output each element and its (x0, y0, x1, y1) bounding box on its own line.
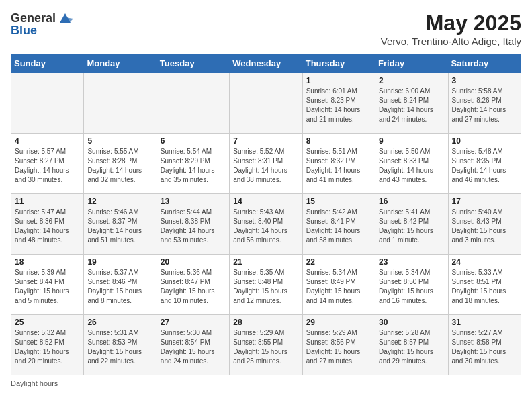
day-info: Sunrise: 5:34 AM Sunset: 8:49 PM Dayligh… (306, 268, 371, 306)
day-number: 24 (452, 257, 517, 267)
calendar-cell: 20Sunrise: 5:36 AM Sunset: 8:47 PM Dayli… (157, 255, 229, 315)
day-info: Sunrise: 5:48 AM Sunset: 8:35 PM Dayligh… (452, 147, 517, 185)
week-row-1: 1Sunrise: 6:01 AM Sunset: 8:23 PM Daylig… (11, 73, 521, 134)
calendar-header: SundayMondayTuesdayWednesdayThursdayFrid… (11, 54, 521, 73)
day-info: Sunrise: 5:54 AM Sunset: 8:29 PM Dayligh… (161, 147, 226, 185)
day-info: Sunrise: 6:01 AM Sunset: 8:23 PM Dayligh… (306, 87, 371, 124)
daylight-hours-label: Daylight hours (11, 379, 58, 387)
calendar-cell: 16Sunrise: 5:41 AM Sunset: 8:42 PM Dayli… (375, 194, 448, 255)
day-info: Sunrise: 5:44 AM Sunset: 8:38 PM Dayligh… (161, 208, 226, 245)
day-number: 8 (306, 136, 371, 146)
day-number: 31 (452, 318, 517, 327)
header-day-friday: Friday (375, 54, 448, 73)
day-number: 10 (452, 136, 517, 146)
calendar-cell: 18Sunrise: 5:39 AM Sunset: 8:44 PM Dayli… (11, 255, 84, 315)
calendar-cell: 19Sunrise: 5:37 AM Sunset: 8:46 PM Dayli… (84, 255, 157, 315)
day-info: Sunrise: 5:28 AM Sunset: 8:57 PM Dayligh… (379, 328, 444, 366)
calendar-cell: 21Sunrise: 5:35 AM Sunset: 8:48 PM Dayli… (230, 255, 302, 315)
header-day-tuesday: Tuesday (157, 54, 229, 73)
calendar-cell: 23Sunrise: 5:34 AM Sunset: 8:50 PM Dayli… (375, 255, 448, 315)
logo: General Blue (11, 11, 73, 38)
day-info: Sunrise: 5:55 AM Sunset: 8:28 PM Dayligh… (87, 147, 152, 185)
day-number: 5 (87, 136, 152, 146)
calendar-cell: 1Sunrise: 6:01 AM Sunset: 8:23 PM Daylig… (302, 73, 375, 134)
calendar-cell: 24Sunrise: 5:33 AM Sunset: 8:51 PM Dayli… (448, 255, 521, 315)
week-row-4: 18Sunrise: 5:39 AM Sunset: 8:44 PM Dayli… (11, 255, 521, 315)
calendar-table: SundayMondayTuesdayWednesdayThursdayFrid… (11, 54, 521, 375)
day-info: Sunrise: 5:35 AM Sunset: 8:48 PM Dayligh… (233, 268, 298, 306)
calendar-cell (84, 73, 157, 134)
calendar-cell: 26Sunrise: 5:31 AM Sunset: 8:53 PM Dayli… (84, 315, 157, 375)
day-info: Sunrise: 5:33 AM Sunset: 8:51 PM Dayligh… (452, 268, 517, 306)
location-subtitle: Vervo, Trentino-Alto Adige, Italy (381, 36, 521, 47)
day-number: 27 (161, 318, 226, 327)
calendar-cell (157, 73, 229, 134)
day-number: 23 (379, 257, 444, 267)
calendar-cell: 17Sunrise: 5:40 AM Sunset: 8:43 PM Dayli… (448, 194, 521, 255)
day-number: 11 (15, 197, 80, 206)
calendar-cell: 9Sunrise: 5:50 AM Sunset: 8:33 PM Daylig… (375, 134, 448, 194)
header-day-monday: Monday (84, 54, 157, 73)
day-info: Sunrise: 5:31 AM Sunset: 8:53 PM Dayligh… (87, 328, 152, 366)
day-number: 12 (87, 197, 152, 206)
day-info: Sunrise: 6:00 AM Sunset: 8:24 PM Dayligh… (379, 87, 444, 124)
header-day-saturday: Saturday (448, 54, 521, 73)
day-number: 30 (379, 318, 444, 327)
calendar-cell (11, 73, 84, 134)
day-number: 19 (87, 257, 152, 267)
day-info: Sunrise: 5:51 AM Sunset: 8:32 PM Dayligh… (306, 147, 371, 185)
calendar-body: 1Sunrise: 6:01 AM Sunset: 8:23 PM Daylig… (11, 73, 521, 375)
calendar-cell: 28Sunrise: 5:29 AM Sunset: 8:55 PM Dayli… (230, 315, 302, 375)
calendar-cell: 29Sunrise: 5:29 AM Sunset: 8:56 PM Dayli… (302, 315, 375, 375)
calendar-cell: 2Sunrise: 6:00 AM Sunset: 8:24 PM Daylig… (375, 73, 448, 134)
title-area: May 2025 Vervo, Trentino-Alto Adige, Ita… (381, 11, 521, 47)
calendar-cell: 7Sunrise: 5:52 AM Sunset: 8:31 PM Daylig… (230, 134, 302, 194)
day-number: 13 (161, 197, 226, 206)
day-info: Sunrise: 5:32 AM Sunset: 8:52 PM Dayligh… (15, 328, 80, 366)
day-number: 9 (379, 136, 444, 146)
day-info: Sunrise: 5:47 AM Sunset: 8:36 PM Dayligh… (15, 208, 80, 245)
day-number: 4 (15, 136, 80, 146)
day-info: Sunrise: 5:34 AM Sunset: 8:50 PM Dayligh… (379, 268, 444, 306)
day-info: Sunrise: 5:29 AM Sunset: 8:56 PM Dayligh… (306, 328, 371, 366)
footer-note: Daylight hours (11, 379, 521, 387)
day-number: 2 (379, 76, 444, 85)
day-number: 14 (233, 197, 298, 206)
day-number: 22 (306, 257, 371, 267)
day-info: Sunrise: 5:43 AM Sunset: 8:40 PM Dayligh… (233, 208, 298, 245)
day-info: Sunrise: 5:40 AM Sunset: 8:43 PM Dayligh… (452, 208, 517, 245)
day-info: Sunrise: 5:42 AM Sunset: 8:41 PM Dayligh… (306, 208, 371, 245)
day-number: 25 (15, 318, 80, 327)
header-day-sunday: Sunday (11, 54, 84, 73)
calendar-cell: 6Sunrise: 5:54 AM Sunset: 8:29 PM Daylig… (157, 134, 229, 194)
calendar-cell: 10Sunrise: 5:48 AM Sunset: 8:35 PM Dayli… (448, 134, 521, 194)
week-row-5: 25Sunrise: 5:32 AM Sunset: 8:52 PM Dayli… (11, 315, 521, 375)
day-number: 29 (306, 318, 371, 327)
day-info: Sunrise: 5:46 AM Sunset: 8:37 PM Dayligh… (87, 208, 152, 245)
logo-icon (57, 11, 73, 27)
page-header: General Blue May 2025 Vervo, Trentino-Al… (11, 11, 521, 47)
header-day-thursday: Thursday (302, 54, 375, 73)
calendar-cell: 27Sunrise: 5:30 AM Sunset: 8:54 PM Dayli… (157, 315, 229, 375)
calendar-cell: 11Sunrise: 5:47 AM Sunset: 8:36 PM Dayli… (11, 194, 84, 255)
day-number: 17 (452, 197, 517, 206)
day-number: 1 (306, 76, 371, 85)
calendar-cell: 14Sunrise: 5:43 AM Sunset: 8:40 PM Dayli… (230, 194, 302, 255)
day-info: Sunrise: 5:50 AM Sunset: 8:33 PM Dayligh… (379, 147, 444, 185)
day-number: 6 (161, 136, 226, 146)
calendar-cell: 8Sunrise: 5:51 AM Sunset: 8:32 PM Daylig… (302, 134, 375, 194)
calendar-cell: 4Sunrise: 5:57 AM Sunset: 8:27 PM Daylig… (11, 134, 84, 194)
day-info: Sunrise: 5:29 AM Sunset: 8:55 PM Dayligh… (233, 328, 298, 366)
day-info: Sunrise: 5:41 AM Sunset: 8:42 PM Dayligh… (379, 208, 444, 245)
calendar-cell (230, 73, 302, 134)
week-row-2: 4Sunrise: 5:57 AM Sunset: 8:27 PM Daylig… (11, 134, 521, 194)
day-info: Sunrise: 5:52 AM Sunset: 8:31 PM Dayligh… (233, 147, 298, 185)
header-day-wednesday: Wednesday (230, 54, 302, 73)
day-number: 20 (161, 257, 226, 267)
calendar-cell: 3Sunrise: 5:58 AM Sunset: 8:26 PM Daylig… (448, 73, 521, 134)
header-row: SundayMondayTuesdayWednesdayThursdayFrid… (11, 54, 521, 73)
day-info: Sunrise: 5:57 AM Sunset: 8:27 PM Dayligh… (15, 147, 80, 185)
day-number: 3 (452, 76, 517, 85)
day-number: 26 (87, 318, 152, 327)
calendar-cell: 25Sunrise: 5:32 AM Sunset: 8:52 PM Dayli… (11, 315, 84, 375)
